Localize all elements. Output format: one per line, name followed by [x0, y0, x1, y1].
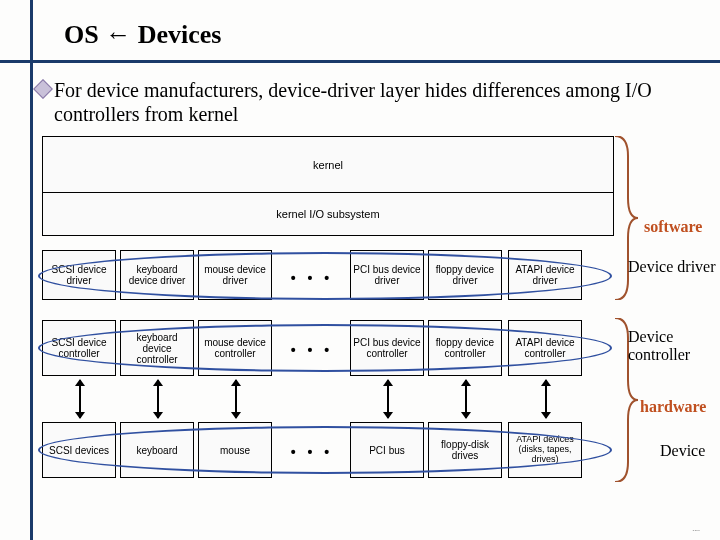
driver-cell-1: keyboard device driver: [120, 250, 194, 300]
diamond-icon: [33, 79, 53, 99]
driver-cell-2: mouse device driver: [198, 250, 272, 300]
bullet-text: For device manufacturers, device-driver …: [54, 78, 674, 126]
controller-cell-3: PCI bus device controller: [350, 320, 424, 376]
device-cell-3: PCI bus: [350, 422, 424, 478]
device-cell-4: floppy-disk drives: [428, 422, 502, 478]
kernel-io-label: kernel I/O subsystem: [276, 208, 379, 220]
arrow-3: [387, 380, 389, 418]
arrow-0: [79, 380, 81, 418]
arrow-5: [545, 380, 547, 418]
bullet-content: For device manufacturers, device-driver …: [54, 79, 652, 125]
device-label: Device: [660, 442, 705, 460]
driver-cell-0: SCSI device driver: [42, 250, 116, 300]
kernel-io-box: kernel I/O subsystem: [42, 192, 614, 236]
arrow-2: [235, 380, 237, 418]
dots-controllers: • • •: [282, 342, 342, 358]
arrow-1: [157, 380, 159, 418]
driver-cell-5: ATAPI device driver: [508, 250, 582, 300]
device-cell-1: keyboard: [120, 422, 194, 478]
device-cell-0: SCSI devices: [42, 422, 116, 478]
controller-cell-5: ATAPI device controller: [508, 320, 582, 376]
device-cell-5: ATAPI devices (disks, tapes, drives): [508, 422, 582, 478]
dots-devices: • • •: [282, 444, 342, 460]
left-rule: [30, 0, 33, 540]
software-label: software: [644, 218, 702, 236]
footer-watermark: ····: [692, 527, 700, 534]
controller-label: Device controller: [628, 328, 720, 364]
arrow-4: [465, 380, 467, 418]
kernel-label: kernel: [313, 159, 343, 171]
controller-cell-0: SCSI device controller: [42, 320, 116, 376]
slide: OS ← Devices For device manufacturers, d…: [0, 0, 720, 540]
driver-cell-4: floppy device driver: [428, 250, 502, 300]
device-cell-2: mouse: [198, 422, 272, 478]
driver-label: Device driver: [628, 258, 716, 276]
kernel-box: kernel: [42, 136, 614, 194]
controller-cell-4: floppy device controller: [428, 320, 502, 376]
driver-cell-3: PCI bus device driver: [350, 250, 424, 300]
controller-cell-1: keyboard device controller: [120, 320, 194, 376]
slide-title: OS ← Devices: [64, 20, 221, 50]
dots-drivers: • • •: [282, 270, 342, 286]
hardware-label: hardware: [640, 398, 706, 416]
top-rule: [0, 60, 720, 63]
controller-cell-2: mouse device controller: [198, 320, 272, 376]
